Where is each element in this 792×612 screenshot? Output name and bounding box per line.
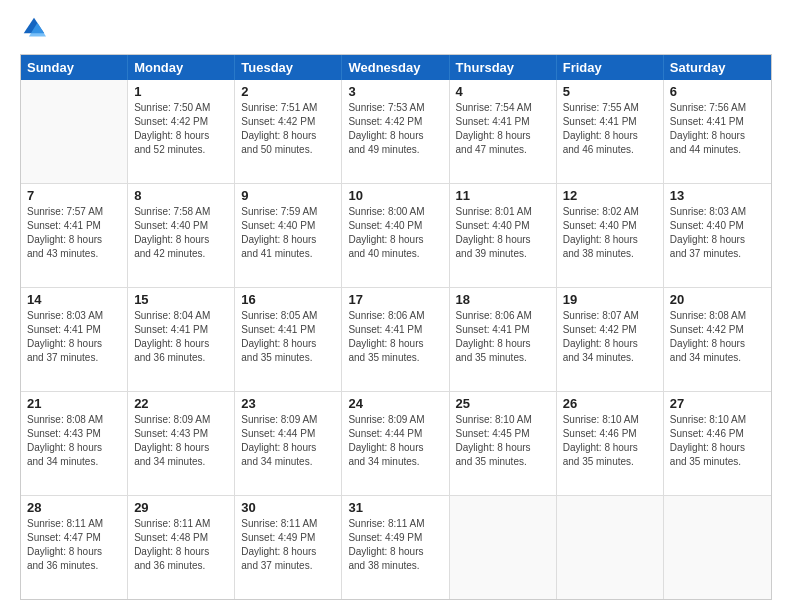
day-number: 30: [241, 500, 335, 515]
cell-info-line: Daylight: 8 hours: [134, 545, 228, 559]
day-number: 20: [670, 292, 765, 307]
cell-info-line: Daylight: 8 hours: [27, 233, 121, 247]
day-number: 1: [134, 84, 228, 99]
cell-info-line: Sunrise: 8:10 AM: [563, 413, 657, 427]
cell-info-line: Sunset: 4:40 PM: [348, 219, 442, 233]
cell-info-line: and 50 minutes.: [241, 143, 335, 157]
cell-info-line: Daylight: 8 hours: [134, 233, 228, 247]
cell-info-line: Daylight: 8 hours: [27, 441, 121, 455]
cal-cell: 10Sunrise: 8:00 AMSunset: 4:40 PMDayligh…: [342, 184, 449, 287]
cell-info-line: Sunrise: 8:08 AM: [27, 413, 121, 427]
cell-info-line: Sunrise: 8:11 AM: [134, 517, 228, 531]
cell-info-line: and 37 minutes.: [27, 351, 121, 365]
cell-info-line: and 35 minutes.: [456, 455, 550, 469]
cell-info-line: Sunset: 4:41 PM: [670, 115, 765, 129]
cell-info-line: Sunset: 4:41 PM: [27, 323, 121, 337]
day-number: 12: [563, 188, 657, 203]
cell-info-line: Daylight: 8 hours: [27, 545, 121, 559]
cal-cell: [557, 496, 664, 599]
cell-info-line: and 37 minutes.: [670, 247, 765, 261]
cell-info-line: Daylight: 8 hours: [241, 129, 335, 143]
cell-info-line: Sunrise: 8:09 AM: [348, 413, 442, 427]
cal-cell: 29Sunrise: 8:11 AMSunset: 4:48 PMDayligh…: [128, 496, 235, 599]
calendar-body: 1Sunrise: 7:50 AMSunset: 4:42 PMDaylight…: [21, 80, 771, 599]
cal-cell: 5Sunrise: 7:55 AMSunset: 4:41 PMDaylight…: [557, 80, 664, 183]
cal-cell: [21, 80, 128, 183]
cell-info-line: Daylight: 8 hours: [134, 441, 228, 455]
cal-cell: [450, 496, 557, 599]
cell-info-line: Daylight: 8 hours: [563, 441, 657, 455]
day-number: 21: [27, 396, 121, 411]
header-day-tuesday: Tuesday: [235, 55, 342, 80]
header: [20, 16, 772, 44]
cal-cell: 12Sunrise: 8:02 AMSunset: 4:40 PMDayligh…: [557, 184, 664, 287]
day-number: 11: [456, 188, 550, 203]
day-number: 31: [348, 500, 442, 515]
cal-cell: 14Sunrise: 8:03 AMSunset: 4:41 PMDayligh…: [21, 288, 128, 391]
cell-info-line: Sunrise: 8:11 AM: [348, 517, 442, 531]
cal-cell: 3Sunrise: 7:53 AMSunset: 4:42 PMDaylight…: [342, 80, 449, 183]
day-number: 14: [27, 292, 121, 307]
cell-info-line: and 34 minutes.: [670, 351, 765, 365]
cell-info-line: Sunset: 4:40 PM: [670, 219, 765, 233]
cell-info-line: Sunrise: 8:09 AM: [241, 413, 335, 427]
cell-info-line: and 34 minutes.: [348, 455, 442, 469]
cell-info-line: and 34 minutes.: [134, 455, 228, 469]
day-number: 26: [563, 396, 657, 411]
day-number: 27: [670, 396, 765, 411]
cell-info-line: and 36 minutes.: [134, 351, 228, 365]
cell-info-line: Sunrise: 8:08 AM: [670, 309, 765, 323]
cell-info-line: Daylight: 8 hours: [27, 337, 121, 351]
cell-info-line: Daylight: 8 hours: [134, 129, 228, 143]
week-row-2: 7Sunrise: 7:57 AMSunset: 4:41 PMDaylight…: [21, 184, 771, 288]
day-number: 24: [348, 396, 442, 411]
cal-cell: 16Sunrise: 8:05 AMSunset: 4:41 PMDayligh…: [235, 288, 342, 391]
cal-cell: 15Sunrise: 8:04 AMSunset: 4:41 PMDayligh…: [128, 288, 235, 391]
cell-info-line: and 44 minutes.: [670, 143, 765, 157]
cell-info-line: Sunrise: 8:04 AM: [134, 309, 228, 323]
logo-icon: [22, 16, 46, 40]
cell-info-line: and 35 minutes.: [348, 351, 442, 365]
cell-info-line: Sunset: 4:49 PM: [348, 531, 442, 545]
cell-info-line: Sunset: 4:40 PM: [241, 219, 335, 233]
cell-info-line: Sunrise: 8:11 AM: [27, 517, 121, 531]
day-number: 17: [348, 292, 442, 307]
cell-info-line: and 38 minutes.: [348, 559, 442, 573]
cell-info-line: Sunrise: 8:10 AM: [456, 413, 550, 427]
cell-info-line: Sunrise: 7:54 AM: [456, 101, 550, 115]
header-day-saturday: Saturday: [664, 55, 771, 80]
calendar: SundayMondayTuesdayWednesdayThursdayFrid…: [20, 54, 772, 600]
cell-info-line: Daylight: 8 hours: [134, 337, 228, 351]
day-number: 3: [348, 84, 442, 99]
cell-info-line: Daylight: 8 hours: [241, 545, 335, 559]
cell-info-line: Sunrise: 8:02 AM: [563, 205, 657, 219]
cell-info-line: Sunrise: 8:01 AM: [456, 205, 550, 219]
cell-info-line: and 49 minutes.: [348, 143, 442, 157]
cell-info-line: Daylight: 8 hours: [670, 337, 765, 351]
page: SundayMondayTuesdayWednesdayThursdayFrid…: [0, 0, 792, 612]
cal-cell: 20Sunrise: 8:08 AMSunset: 4:42 PMDayligh…: [664, 288, 771, 391]
cell-info-line: Daylight: 8 hours: [348, 545, 442, 559]
cell-info-line: Daylight: 8 hours: [563, 337, 657, 351]
cell-info-line: Sunset: 4:40 PM: [134, 219, 228, 233]
cal-cell: 19Sunrise: 8:07 AMSunset: 4:42 PMDayligh…: [557, 288, 664, 391]
week-row-4: 21Sunrise: 8:08 AMSunset: 4:43 PMDayligh…: [21, 392, 771, 496]
cal-cell: 6Sunrise: 7:56 AMSunset: 4:41 PMDaylight…: [664, 80, 771, 183]
week-row-1: 1Sunrise: 7:50 AMSunset: 4:42 PMDaylight…: [21, 80, 771, 184]
week-row-3: 14Sunrise: 8:03 AMSunset: 4:41 PMDayligh…: [21, 288, 771, 392]
cell-info-line: and 36 minutes.: [27, 559, 121, 573]
cell-info-line: Sunrise: 7:55 AM: [563, 101, 657, 115]
cell-info-line: Sunset: 4:40 PM: [563, 219, 657, 233]
day-number: 23: [241, 396, 335, 411]
cell-info-line: and 46 minutes.: [563, 143, 657, 157]
day-number: 4: [456, 84, 550, 99]
cal-cell: 4Sunrise: 7:54 AMSunset: 4:41 PMDaylight…: [450, 80, 557, 183]
cell-info-line: Sunset: 4:44 PM: [241, 427, 335, 441]
cal-cell: 9Sunrise: 7:59 AMSunset: 4:40 PMDaylight…: [235, 184, 342, 287]
cell-info-line: Daylight: 8 hours: [348, 441, 442, 455]
cal-cell: 28Sunrise: 8:11 AMSunset: 4:47 PMDayligh…: [21, 496, 128, 599]
cell-info-line: Sunset: 4:44 PM: [348, 427, 442, 441]
cal-cell: 18Sunrise: 8:06 AMSunset: 4:41 PMDayligh…: [450, 288, 557, 391]
cal-cell: 21Sunrise: 8:08 AMSunset: 4:43 PMDayligh…: [21, 392, 128, 495]
cell-info-line: Sunrise: 8:03 AM: [27, 309, 121, 323]
